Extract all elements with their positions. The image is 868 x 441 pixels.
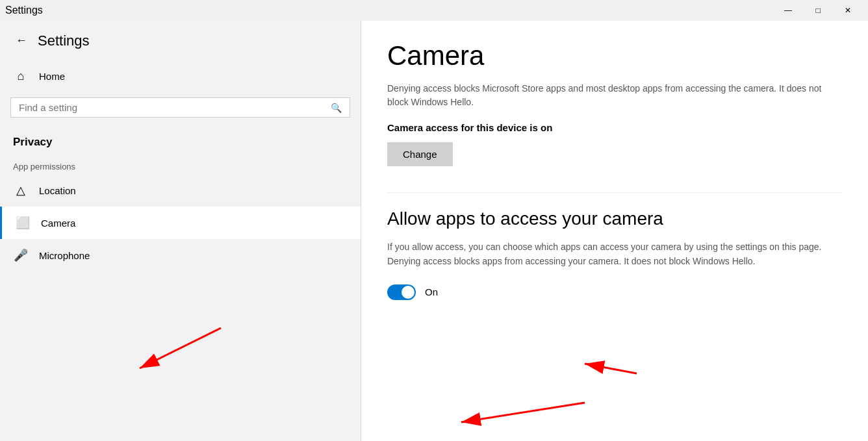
location-label: Location (39, 185, 76, 196)
location-icon: △ (13, 183, 29, 197)
close-button[interactable]: ✕ (833, 0, 863, 21)
back-button[interactable]: ← (13, 31, 30, 50)
section-title: Allow apps to access your camera (387, 208, 842, 229)
description-top: Denying access blocks Microsoft Store ap… (387, 82, 842, 109)
sidebar-item-camera[interactable]: ⬜ Camera (0, 207, 361, 239)
sidebar-item-microphone[interactable]: 🎤 Microphone (0, 239, 361, 271)
search-input[interactable] (19, 102, 326, 113)
settings-title: Settings (5, 5, 43, 16)
main-content: Camera Denying access blocks Microsoft S… (361, 21, 868, 441)
search-icon: 🔍 (331, 103, 342, 113)
microphone-icon: 🎤 (13, 248, 29, 262)
titlebar: Settings — □ ✕ (0, 0, 868, 21)
camera-label: Camera (41, 218, 75, 229)
section-description: If you allow access, you can choose whic… (387, 240, 829, 269)
sidebar-item-location[interactable]: △ Location (0, 174, 361, 207)
restore-button[interactable]: □ (803, 0, 833, 21)
privacy-label: Privacy (0, 128, 361, 157)
app-container: ← Settings ⌂ Home 🔍 Privacy App permissi… (0, 21, 868, 441)
search-box[interactable]: 🔍 (10, 97, 350, 118)
sidebar-title: Settings (38, 32, 90, 49)
sidebar: ← Settings ⌂ Home 🔍 Privacy App permissi… (0, 21, 361, 441)
microphone-label: Microphone (39, 250, 90, 261)
device-access-text: Camera access for this device is on (387, 122, 842, 133)
home-icon: ⌂ (13, 69, 29, 83)
camera-icon: ⬜ (15, 216, 31, 230)
toggle-label: On (425, 286, 438, 297)
sidebar-item-home[interactable]: ⌂ Home (0, 60, 361, 92)
home-label: Home (39, 71, 65, 82)
sidebar-header: ← Settings (0, 21, 361, 60)
divider (387, 192, 842, 193)
app-permissions-label: App permissions (0, 157, 361, 174)
page-title: Camera (387, 40, 842, 71)
camera-access-toggle[interactable] (387, 284, 416, 300)
toggle-row: On (387, 284, 842, 300)
titlebar-left: Settings (5, 5, 43, 16)
change-button[interactable]: Change (387, 142, 453, 166)
minimize-button[interactable]: — (773, 0, 803, 21)
titlebar-controls: — □ ✕ (773, 0, 863, 21)
